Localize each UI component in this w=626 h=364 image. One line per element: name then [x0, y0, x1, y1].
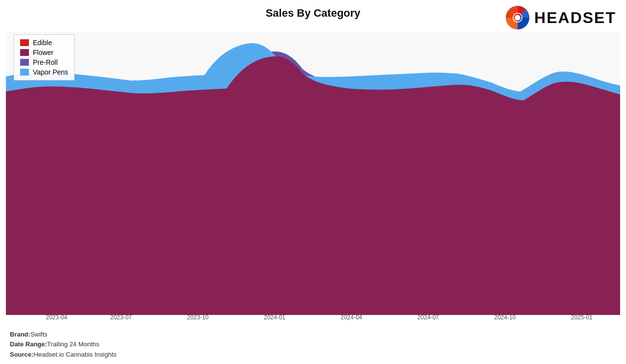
- xaxis-label-5: 2024-07: [390, 314, 467, 321]
- footer-daterange: Date Range:Trailing 24 Months: [10, 339, 117, 350]
- footer-source: Source:Headset.io Cannabis Insights: [10, 350, 117, 360]
- legend-swatch-flower: [20, 49, 29, 56]
- page: HEADSET Sales By Category Edible Flower …: [0, 0, 626, 364]
- legend-swatch-vapor-pens: [20, 69, 29, 76]
- chart-title: Sales By Category: [0, 7, 626, 20]
- legend-item-preroll: Pre-Roll: [20, 58, 68, 66]
- footer-source-label: Source:: [10, 351, 33, 358]
- xaxis-label-0: 2023-04: [6, 314, 83, 321]
- xaxis-label-1: 2023-07: [83, 314, 160, 321]
- legend-label-edible: Edible: [33, 39, 52, 47]
- chart-legend: Edible Flower Pre-Roll Vapor Pens: [14, 34, 75, 80]
- legend-item-vapor-pens: Vapor Pens: [20, 68, 68, 76]
- footer-daterange-value: Trailing 24 Months: [47, 340, 99, 348]
- footer-info: Brand:Swifts Date Range:Trailing 24 Mont…: [10, 330, 117, 360]
- footer-brand-label: Brand:: [10, 331, 30, 338]
- xaxis-label-7: 2025-01: [544, 314, 621, 321]
- xaxis-label-3: 2024-01: [236, 314, 313, 321]
- xaxis-label-4: 2024-04: [313, 314, 390, 321]
- footer-brand-value: Swifts: [30, 331, 48, 338]
- xaxis-labels: 2023-04 2023-07 2023-10 2024-01 2024-04 …: [6, 314, 620, 321]
- footer-source-value: Headset.io Cannabis Insights: [33, 351, 116, 358]
- legend-item-edible: Edible: [20, 39, 68, 47]
- legend-label-vapor-pens: Vapor Pens: [33, 68, 68, 76]
- legend-swatch-edible: [20, 39, 29, 46]
- legend-label-preroll: Pre-Roll: [33, 58, 58, 66]
- footer-brand: Brand:Swifts: [10, 330, 117, 340]
- footer-daterange-label: Date Range:: [10, 340, 47, 348]
- legend-item-flower: Flower: [20, 49, 68, 56]
- xaxis-label-2: 2023-10: [159, 314, 236, 321]
- legend-label-flower: Flower: [33, 49, 53, 56]
- chart-svg: [6, 32, 620, 315]
- xaxis-label-6: 2024-10: [467, 314, 544, 321]
- legend-swatch-preroll: [20, 59, 29, 66]
- chart-container: [6, 32, 620, 315]
